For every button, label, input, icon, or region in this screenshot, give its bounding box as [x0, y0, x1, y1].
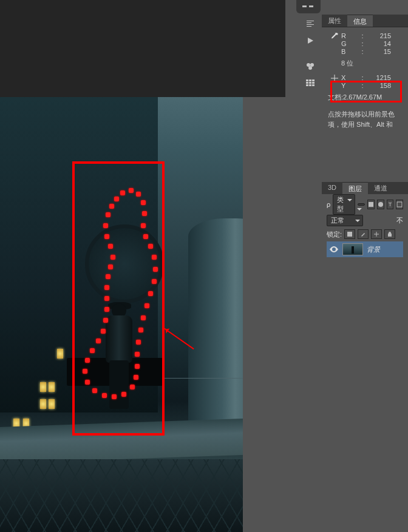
b-label: B [341, 48, 358, 55]
layers-body: ρ 类型 T 正常 不 锁定: 背景 [322, 194, 408, 261]
b-value: 15 [367, 48, 391, 55]
tab-channels[interactable]: 通道 [368, 182, 393, 194]
layers-tabbar: 3D 图层 通道 [322, 182, 408, 194]
svg-point-4 [378, 202, 383, 207]
tab-info[interactable]: 信息 [347, 15, 373, 27]
canvas-chrome-dark [0, 0, 285, 97]
annot-rect-xy [330, 81, 402, 103]
paragraph-panel-icon[interactable] [302, 16, 318, 32]
svg-rect-5 [397, 202, 402, 207]
svg-rect-6 [347, 232, 352, 237]
window-light [57, 349, 63, 359]
filter-dropdown[interactable] [358, 203, 365, 206]
collapsed-tool-column [302, 15, 319, 92]
visibility-toggle[interactable] [329, 244, 339, 254]
lock-move-icon[interactable] [371, 229, 382, 239]
tab-properties[interactable]: 属性 [322, 15, 347, 27]
play-icon[interactable] [302, 33, 318, 49]
opacity-stub: 不 [396, 216, 403, 225]
tank [188, 218, 243, 425]
layers-panel: 3D 图层 通道 ρ 类型 T 正常 不 锁定: [322, 182, 408, 261]
hint-line1: 点按并拖移以用前景色 [328, 109, 402, 120]
blend-mode-select[interactable]: 正常 [327, 215, 363, 226]
filter-adjust-icon[interactable] [377, 200, 384, 209]
layer-thumbnail[interactable] [342, 243, 363, 255]
info-panel: 属性 信息 R:215 G:14 B:15 8 位 X:1215 Y:158 [322, 15, 408, 136]
canvas-area [0, 0, 298, 532]
window-light [40, 399, 46, 409]
filter-kind-select[interactable]: 类型 [333, 194, 355, 215]
grid-icon[interactable] [302, 75, 318, 91]
window-light [40, 382, 46, 392]
eyedropper-icon [328, 32, 341, 41]
lock-pixels-icon[interactable] [344, 229, 355, 239]
g-label: G [341, 40, 358, 47]
svg-point-0 [307, 63, 310, 67]
lock-brush-icon[interactable] [358, 229, 369, 239]
filter-text-icon[interactable]: T [387, 200, 393, 209]
svg-rect-3 [369, 202, 373, 207]
window-light [49, 399, 55, 409]
r-label: R [341, 32, 358, 39]
lock-label: 锁定: [327, 230, 342, 239]
tab-layers[interactable]: 图层 [342, 182, 368, 194]
annot-rect-figure [72, 161, 165, 436]
lock-all-icon[interactable] [384, 229, 395, 239]
svg-point-1 [310, 63, 314, 67]
tab-3d[interactable]: 3D [322, 182, 342, 194]
window-light [49, 382, 55, 392]
info-tabbar: 属性 信息 [322, 15, 408, 27]
filter-pixel-icon[interactable] [367, 200, 375, 209]
layer-row[interactable]: 背景 [327, 241, 403, 257]
bitdepth: 8 位 [328, 59, 402, 68]
panel-grip[interactable] [296, 0, 321, 13]
r-value: 215 [367, 32, 391, 39]
hint-line2: 项，使用 Shift、Alt 和 [328, 120, 402, 130]
filter-shape-icon[interactable] [396, 200, 403, 209]
svg-point-2 [308, 66, 312, 70]
layer-name[interactable]: 背景 [367, 245, 380, 254]
g-value: 14 [367, 40, 391, 47]
struts [0, 459, 243, 532]
swatches-icon[interactable] [302, 58, 318, 74]
